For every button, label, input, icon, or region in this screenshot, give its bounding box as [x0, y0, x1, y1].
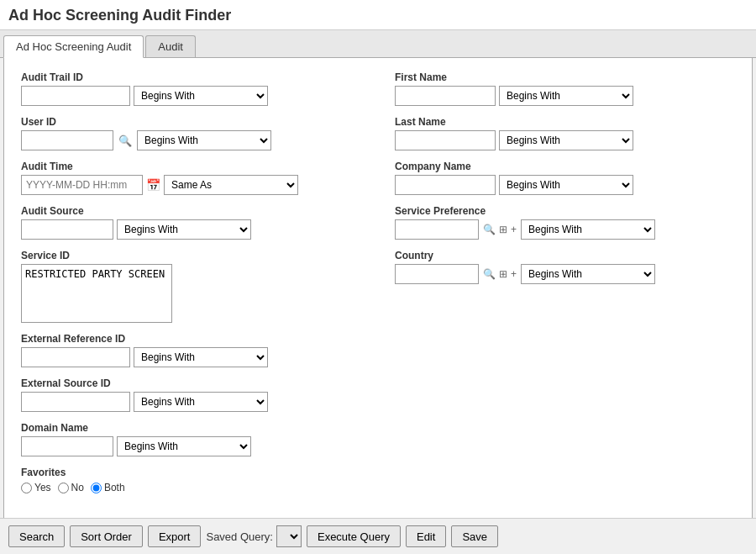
last-name-label: Last Name	[395, 116, 735, 128]
favorites-group: Favorites Yes No Both	[21, 467, 361, 493]
last-name-row: Begins With Contains Ends With Equals No…	[395, 130, 735, 150]
service-id-row: RESTRICTED PARTY SCREEN	[21, 264, 361, 323]
domain-name-label: Domain Name	[21, 422, 361, 434]
export-button[interactable]: Export	[148, 525, 202, 547]
audit-trail-id-input[interactable]	[21, 86, 130, 106]
country-group: Country 🔍 ⊞ + Begins With Contains Ends …	[395, 250, 735, 284]
service-preference-group: Service Preference 🔍 ⊞ + Begins With Con…	[395, 205, 735, 240]
first-name-condition[interactable]: Begins With Contains Ends With Equals No…	[499, 86, 633, 106]
audit-source-condition[interactable]: Begins With Contains Ends With Equals No…	[117, 219, 251, 240]
user-id-input[interactable]	[21, 130, 113, 150]
company-name-input[interactable]	[395, 175, 496, 195]
right-column: First Name Begins With Contains Ends Wit…	[395, 71, 735, 504]
service-id-label: Service ID	[21, 250, 361, 261]
form-container: Audit Trail ID Begins With Contains Ends…	[3, 58, 753, 529]
first-name-row: Begins With Contains Ends With Equals No…	[395, 86, 735, 106]
external-reference-id-label: External Reference ID	[21, 333, 361, 345]
audit-time-input[interactable]	[21, 175, 143, 195]
audit-trail-id-condition[interactable]: Begins With Contains Ends With Equals No…	[134, 86, 268, 106]
audit-time-condition[interactable]: Same As Before After Between	[164, 175, 298, 195]
audit-source-input[interactable]	[21, 219, 113, 240]
external-source-id-row: Begins With Contains Ends With Equals No…	[21, 392, 361, 412]
domain-name-input[interactable]	[21, 436, 113, 456]
favorites-options: Yes No Both	[21, 482, 361, 493]
first-name-input[interactable]	[395, 86, 496, 106]
external-reference-id-row: Begins With Contains Ends With Equals No…	[21, 347, 361, 367]
saved-query-container: Saved Query:	[206, 525, 302, 547]
service-preference-input[interactable]	[395, 219, 479, 240]
favorites-yes-label[interactable]: Yes	[21, 482, 51, 493]
audit-source-row: Begins With Contains Ends With Equals No…	[21, 219, 361, 240]
edit-button[interactable]: Edit	[406, 525, 446, 547]
country-label: Country	[395, 250, 735, 261]
external-source-id-group: External Source ID Begins With Contains …	[21, 377, 361, 412]
service-preference-grid-icon[interactable]: ⊞	[498, 224, 508, 235]
audit-time-group: Audit Time 📅 Same As Before After Betwee…	[21, 161, 361, 195]
external-source-id-condition[interactable]: Begins With Contains Ends With Equals No…	[134, 392, 268, 412]
external-reference-id-condition[interactable]: Begins With Contains Ends With Equals No…	[134, 347, 268, 367]
external-source-id-input[interactable]	[21, 392, 130, 412]
audit-source-group: Audit Source Begins With Contains Ends W…	[21, 205, 361, 240]
execute-query-button[interactable]: Execute Query	[307, 525, 401, 547]
domain-name-row: Begins With Contains Ends With Equals No…	[21, 436, 361, 456]
first-name-group: First Name Begins With Contains Ends Wit…	[395, 71, 735, 106]
first-name-label: First Name	[395, 71, 735, 83]
country-row: 🔍 ⊞ + Begins With Contains Ends With Equ…	[395, 264, 735, 284]
audit-trail-id-group: Audit Trail ID Begins With Contains Ends…	[21, 71, 361, 106]
service-preference-icons: 🔍 ⊞ +	[482, 224, 517, 235]
country-icons: 🔍 ⊞ +	[482, 268, 517, 280]
favorites-yes-radio[interactable]	[21, 483, 32, 493]
search-button[interactable]: Search	[8, 525, 65, 547]
country-input[interactable]	[395, 264, 479, 284]
favorites-yes-text: Yes	[34, 482, 51, 493]
favorites-both-label[interactable]: Both	[91, 482, 125, 493]
tab-audit[interactable]: Audit	[145, 35, 196, 57]
domain-name-group: Domain Name Begins With Contains Ends Wi…	[21, 422, 361, 456]
last-name-condition[interactable]: Begins With Contains Ends With Equals No…	[499, 130, 633, 150]
saved-query-label: Saved Query:	[206, 530, 273, 543]
bottom-toolbar: Search Sort Order Export Saved Query: Ex…	[0, 518, 756, 554]
company-name-label: Company Name	[395, 161, 735, 172]
country-plus-icon[interactable]: +	[510, 268, 517, 280]
user-id-label: User ID	[21, 116, 361, 128]
user-id-group: User ID 🔍 Begins With Contains Ends With…	[21, 116, 361, 150]
page-title: Ad Hoc Screening Audit Finder	[0, 0, 756, 30]
favorites-both-radio[interactable]	[91, 483, 102, 493]
service-preference-row: 🔍 ⊞ + Begins With Contains Ends With Equ…	[395, 219, 735, 240]
form-grid: Audit Trail ID Begins With Contains Ends…	[21, 71, 735, 504]
favorites-no-radio[interactable]	[58, 483, 69, 493]
country-search-icon[interactable]: 🔍	[482, 268, 496, 280]
company-name-row: Begins With Contains Ends With Equals No…	[395, 175, 735, 195]
saved-query-select[interactable]	[276, 525, 302, 547]
tab-bar: Ad Hoc Screening Audit Audit	[0, 30, 756, 58]
tab-adhoc-screening-audit[interactable]: Ad Hoc Screening Audit	[3, 35, 144, 58]
external-reference-id-group: External Reference ID Begins With Contai…	[21, 333, 361, 367]
left-column: Audit Trail ID Begins With Contains Ends…	[21, 71, 361, 504]
user-id-search-icon[interactable]: 🔍	[117, 135, 134, 147]
sort-order-button[interactable]: Sort Order	[70, 525, 143, 547]
service-id-textarea[interactable]: RESTRICTED PARTY SCREEN	[21, 264, 172, 323]
country-condition[interactable]: Begins With Contains Ends With Equals No…	[521, 264, 655, 284]
domain-name-condition[interactable]: Begins With Contains Ends With Equals No…	[117, 436, 251, 456]
calendar-icon[interactable]: 📅	[146, 178, 160, 192]
service-preference-condition[interactable]: Begins With Contains Ends With Equals No…	[521, 219, 655, 240]
audit-time-row: 📅 Same As Before After Between	[21, 175, 361, 195]
last-name-input[interactable]	[395, 130, 496, 150]
favorites-label: Favorites	[21, 467, 361, 478]
service-preference-label: Service Preference	[395, 205, 735, 217]
country-grid-icon[interactable]: ⊞	[498, 268, 508, 280]
favorites-no-label[interactable]: No	[58, 482, 84, 493]
audit-trail-id-label: Audit Trail ID	[21, 71, 361, 83]
service-id-group: Service ID RESTRICTED PARTY SCREEN	[21, 250, 361, 323]
service-preference-search-icon[interactable]: 🔍	[482, 224, 496, 235]
service-preference-plus-icon[interactable]: +	[510, 224, 517, 235]
save-button[interactable]: Save	[451, 525, 498, 547]
external-reference-id-input[interactable]	[21, 347, 130, 367]
audit-source-label: Audit Source	[21, 205, 361, 217]
company-name-condition[interactable]: Begins With Contains Ends With Equals No…	[499, 175, 633, 195]
user-id-condition[interactable]: Begins With Contains Ends With Equals No…	[137, 130, 271, 150]
last-name-group: Last Name Begins With Contains Ends With…	[395, 116, 735, 150]
external-source-id-label: External Source ID	[21, 377, 361, 389]
favorites-no-text: No	[71, 482, 84, 493]
company-name-group: Company Name Begins With Contains Ends W…	[395, 161, 735, 195]
